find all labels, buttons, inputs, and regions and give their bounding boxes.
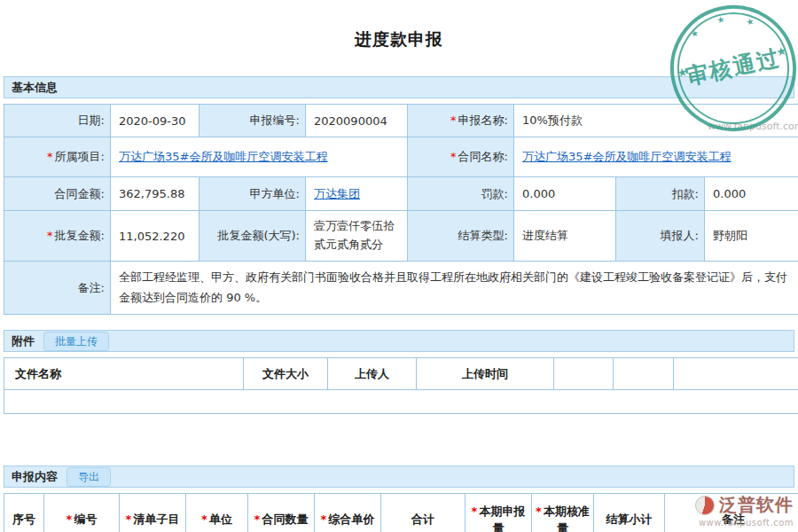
col-unit-price: *综合单价 — [315, 494, 381, 532]
approved-amount-caps-label-text: 批复金额(大写): — [217, 229, 300, 242]
project-value-cell: 万达广场35#会所及咖啡厅空调安装工程 — [111, 137, 408, 177]
required-mark: * — [536, 505, 542, 518]
party-a-link[interactable]: 万达集团 — [314, 187, 360, 200]
export-button[interactable]: 导出 — [66, 467, 111, 487]
contract-amount-label: 合同金额: — [4, 177, 111, 211]
required-mark: * — [201, 512, 207, 526]
col-current-approved: *本期核准量 — [532, 494, 594, 532]
contract-name-link[interactable]: 万达广场35#会所及咖啡厅空调安装工程 — [522, 150, 731, 163]
col-unit-text: 单位 — [209, 512, 232, 526]
project-link[interactable]: 万达广场35#会所及咖啡厅空调安装工程 — [119, 150, 327, 163]
declaration-table: 序号 *编号 *清单子目 *单位 *合同数量 *综合单价 合计 *本期申报量 *… — [4, 493, 798, 532]
remark-label-text: 备注: — [78, 281, 105, 294]
col-settlement-subtotal: 结算小计 — [594, 494, 665, 532]
project-label-text: 所属项目: — [55, 150, 105, 163]
col-unit: *单位 — [186, 494, 248, 532]
required-mark: * — [47, 150, 53, 163]
penalty-label: 罚款: — [408, 177, 514, 211]
col-seq: 序号 — [4, 494, 44, 532]
basic-info-header-bar: 基本信息 — [4, 76, 794, 98]
col-current-approved-text: 本期核准量 — [544, 505, 590, 532]
fanpu-brand-watermark: 泛普软件 www.fanpusoft.com — [695, 493, 794, 528]
attachments-table: 文件名称 文件大小 上传人 上传时间 — [4, 357, 798, 414]
required-mark: * — [126, 512, 132, 526]
col-contract-qty: *合同数量 — [248, 494, 315, 532]
fanpu-logo-icon — [695, 496, 715, 515]
col-code: *编号 — [44, 494, 120, 532]
attachments-title: 附件 — [12, 333, 35, 349]
col-list-item: *清单子目 — [120, 494, 186, 532]
required-mark: * — [254, 512, 261, 526]
approved-amount-caps-value: 壹万壹仟零伍拾贰元贰角贰分 — [306, 211, 408, 262]
col-current-declared-text: 本期申报量 — [479, 505, 525, 532]
col-empty-1 — [554, 358, 614, 390]
settle-type-label-text: 结算类型: — [458, 229, 508, 242]
attachments-header-bar: 附件 批量上传 — [4, 330, 794, 352]
required-mark: * — [47, 229, 53, 242]
fanpu-brand-name: 泛普软件 — [719, 493, 794, 517]
party-a-label: 甲方单位: — [200, 177, 306, 211]
party-a-label-text: 甲方单位: — [250, 187, 300, 200]
watermark-url-top: www.fanpusoft.com — [708, 121, 798, 132]
project-label: *所属项目: — [4, 137, 111, 177]
approved-amount-value: 11,052.220 — [111, 211, 200, 262]
preparer-label: 填报人: — [616, 211, 705, 262]
col-settlement-subtotal-text: 结算小计 — [606, 512, 653, 526]
fanpu-brand-url: www.fanpusoft.com — [695, 518, 794, 528]
progress-payment-declaration-page: 进度款申报 ★ ★ ★ ★ ★ 审核通过 www.fanpusoft.com 基… — [0, 0, 798, 532]
basic-info-section: 基本信息 日期: 2020-09-30 申报编号: 2020090004 *申报… — [4, 76, 794, 315]
col-current-declared: *本期申报量 — [466, 494, 532, 532]
date-value: 2020-09-30 — [111, 105, 200, 137]
attachments-empty-row — [4, 390, 798, 414]
declare-no-label-text: 申报编号: — [250, 113, 300, 127]
approved-amount-caps-label: 批复金额(大写): — [200, 211, 306, 262]
contract-amount-value: 362,795.88 — [111, 177, 200, 211]
attachments-section: 附件 批量上传 文件名称 文件大小 上传人 上传时间 — [4, 330, 794, 414]
declaration-header-bar: 申报内容 导出 — [4, 466, 794, 488]
deduction-label: 扣款: — [616, 177, 705, 211]
declare-name-label: *申报名称: — [408, 105, 514, 137]
required-mark: * — [321, 512, 327, 526]
required-mark: * — [66, 512, 73, 526]
basic-info-title: 基本信息 — [12, 80, 58, 96]
approved-amount-label-text: 批复金额: — [55, 229, 105, 242]
required-mark: * — [472, 505, 478, 518]
col-total-text: 合计 — [411, 512, 434, 526]
deduction-value: 0.000 — [705, 177, 798, 211]
penalty-label-text: 罚款: — [481, 187, 508, 200]
col-seq-text: 序号 — [12, 512, 35, 526]
contract-name-value-cell: 万达广场35#会所及咖啡厅空调安装工程 — [514, 137, 798, 177]
date-label: 日期: — [4, 105, 111, 137]
contract-name-label-text: 合同名称: — [458, 150, 508, 163]
approved-amount-label: *批复金额: — [4, 211, 111, 262]
col-file-name: 文件名称 — [4, 358, 244, 390]
declare-no-label: 申报编号: — [200, 105, 306, 137]
col-code-text: 编号 — [74, 512, 97, 526]
col-unit-price-text: 综合单价 — [328, 512, 374, 526]
penalty-value: 0.000 — [514, 177, 616, 211]
declare-name-label-text: 申报名称: — [458, 113, 508, 127]
col-contract-qty-text: 合同数量 — [262, 512, 308, 526]
col-upload-time: 上传时间 — [417, 358, 554, 390]
remark-value: 全部工程经监理、甲方、政府有关部门书面验收合格并且取得工程所在地政府相关部门的《… — [111, 262, 798, 315]
preparer-value: 野朝阳 — [705, 211, 798, 262]
col-empty-2 — [614, 358, 674, 390]
party-a-value-cell: 万达集团 — [306, 177, 408, 211]
date-label-text: 日期: — [78, 113, 105, 127]
remark-label: 备注: — [4, 262, 111, 315]
preparer-label-text: 填报人: — [661, 229, 699, 242]
contract-name-label: *合同名称: — [408, 137, 514, 177]
col-total: 合计 — [381, 494, 466, 532]
declare-no-value: 2020090004 — [306, 105, 408, 137]
declaration-title: 申报内容 — [12, 469, 58, 485]
deduction-label-text: 扣款: — [672, 187, 699, 200]
required-mark: * — [450, 150, 457, 163]
declaration-content-section: 申报内容 导出 序号 *编号 *清单子目 *单位 *合同数量 *综合单价 合计 … — [4, 466, 794, 532]
settle-type-label: 结算类型: — [408, 211, 514, 262]
required-mark: * — [450, 113, 457, 127]
basic-info-table: 日期: 2020-09-30 申报编号: 2020090004 *申报名称: 1… — [4, 104, 798, 315]
batch-upload-button[interactable]: 批量上传 — [43, 332, 109, 351]
page-title: 进度款申报 — [0, 0, 798, 51]
col-list-item-text: 清单子目 — [133, 512, 179, 526]
col-file-size: 文件大小 — [244, 358, 328, 390]
